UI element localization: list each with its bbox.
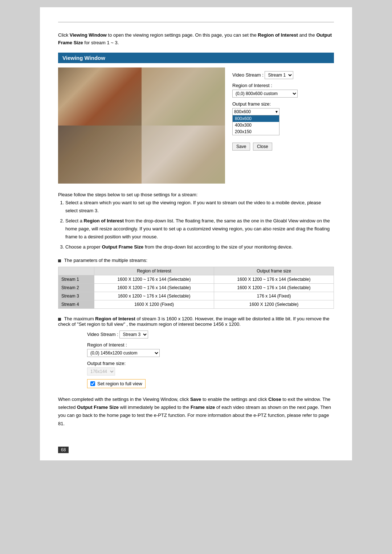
stream3-note: The maximum Region of Interest of stream… — [58, 316, 334, 327]
video-stream-label: Video Stream : — [232, 72, 264, 78]
table-header-row: Region of Interest Output frame size — [58, 267, 334, 275]
dropdown-item-400x300[interactable]: 400x300 — [233, 122, 279, 128]
stream2-ofs: 1600 X 1200 ~ 176 x 144 (Selectable) — [214, 284, 334, 292]
stream3-video-label: Video Stream : — [87, 332, 118, 337]
bullet-icon — [58, 259, 61, 262]
stream3-video-stream-row: Video Stream : Stream 1 Stream 2 Stream … — [87, 331, 334, 338]
output-frame-label: Output frame size: — [232, 101, 334, 107]
stream3-controls: Video Stream : Stream 1 Stream 2 Stream … — [87, 331, 334, 388]
dropdown-header[interactable]: 800x600 ▾ — [233, 108, 279, 115]
output-frame-row: Output frame size: 800x600 ▾ 800x600 400… — [232, 101, 334, 135]
dropdown-item-200x150[interactable]: 200x150 — [233, 128, 279, 135]
stream2-roi: 1600 X 1200 ~ 176 x 144 (Selectable) — [94, 284, 214, 292]
page: Click Viewing Window to open the viewing… — [40, 7, 352, 460]
bold-viewing-window: Viewing Window — [70, 32, 107, 38]
cam-panel-bottomleft — [58, 126, 142, 184]
dropdown-arrow: ▾ — [275, 109, 278, 114]
col-roi: Region of Interest — [94, 267, 214, 275]
table-row: Stream 2 1600 X 1200 ~ 176 x 144 (Select… — [58, 284, 334, 292]
set-region-checkbox[interactable] — [90, 381, 95, 386]
save-button[interactable]: Save — [232, 143, 250, 151]
steps-list: Select a stream which you want to set up… — [58, 199, 334, 251]
table-intro: The parameters of the multiple streams: — [64, 258, 147, 263]
stream1-roi: 1600 X 1200 ~ 176 x 144 (Selectable) — [94, 275, 214, 284]
steps-section: Please follow the steps below to set up … — [58, 191, 334, 251]
col-ofs: Output frame size — [214, 267, 334, 275]
stream1-ofs: 1600 X 1200 ~ 176 x 144 (Selectable) — [214, 275, 334, 284]
camera-preview — [58, 67, 225, 184]
bullet-icon-2 — [58, 318, 61, 321]
roi-row: Region of Interest : (0,0) 800x600 custo… — [232, 83, 334, 98]
table-section-title: The parameters of the multiple streams: — [58, 258, 334, 263]
stream3-roi-label: Region of Interest : — [87, 342, 334, 348]
close-button[interactable]: Close — [253, 143, 272, 151]
video-stream-row: Video Stream : Stream 1 Stream 2 Stream … — [232, 71, 334, 79]
table-row: Stream 1 1600 X 1200 ~ 176 x 144 (Select… — [58, 275, 334, 284]
cam-panel-bottomright — [142, 126, 225, 184]
table-row: Stream 3 1600 x 1200 ~ 176 x 144 (Select… — [58, 292, 334, 300]
step-1: Select a stream which you want to set up… — [65, 199, 334, 215]
bold-roi-2: Region of Interest — [95, 316, 135, 321]
stream3-label: Stream 3 — [58, 292, 94, 300]
viewing-window-content: Video Stream : Stream 1 Stream 2 Stream … — [58, 67, 334, 184]
steps-intro: Please follow the steps below to set up … — [58, 191, 334, 199]
bold-roi: Region of Interest — [258, 32, 298, 38]
set-region-checkbox-container: Set region to full view — [87, 379, 146, 388]
stream3-roi: 1600 x 1200 ~ 176 x 144 (Selectable) — [94, 292, 214, 300]
stream3-checkbox-row: Set region to full view — [87, 379, 334, 388]
dropdown-item-800x600-selected[interactable]: 800x600 — [233, 115, 279, 122]
step-2: Select a Region of Interest from the dro… — [65, 217, 334, 241]
stream2-label: Stream 2 — [58, 284, 94, 292]
roi-select[interactable]: (0,0) 800x600 custom — [232, 90, 298, 98]
video-stream-select[interactable]: Stream 1 Stream 2 Stream 3 Stream 4 — [265, 71, 293, 79]
stream4-ofs: 1600 X 1200 (Selectable) — [214, 300, 334, 309]
footer-text: When completed with the settings in the … — [58, 395, 334, 427]
table-row: Stream 4 1600 X 1200 (Fixed) 1600 X 1200… — [58, 300, 334, 309]
stream1-label: Stream 1 — [58, 275, 94, 284]
set-region-label: Set region to full view — [97, 381, 142, 386]
intro-paragraph: Click Viewing Window to open the viewing… — [58, 32, 334, 47]
stream4-roi: 1600 X 1200 (Fixed) — [94, 300, 214, 309]
cam-panel-topleft — [58, 67, 142, 126]
page-number: 68 — [58, 447, 69, 453]
save-close-row: Save Close — [232, 143, 334, 151]
top-divider — [58, 22, 334, 22]
stream3-section: The maximum Region of Interest of stream… — [58, 316, 334, 388]
viewing-window-header: Viewing Window — [58, 53, 334, 63]
stream3-output-label: Output frame size: — [87, 361, 334, 366]
streams-table: Region of Interest Output frame size Str… — [58, 267, 334, 309]
dropdown-current: 800x600 — [234, 109, 251, 114]
stream3-output-select[interactable]: 176x144 — [87, 368, 115, 376]
stream4-label: Stream 4 — [58, 300, 94, 309]
stream-controls: Video Stream : Stream 1 Stream 2 Stream … — [232, 67, 334, 184]
output-frame-dropdown[interactable]: 800x600 ▾ 800x600 400x300 200x150 — [232, 108, 279, 135]
stream3-roi-row: Region of Interest : (0,0) 1456x1200 cus… — [87, 342, 334, 357]
roi-label: Region of Interest : — [232, 83, 334, 88]
stream3-roi-select[interactable]: (0,0) 1456x1200 custom — [87, 349, 160, 357]
col-stream — [58, 267, 94, 275]
stream3-ofs: 176 x 144 (Fixed) — [214, 292, 334, 300]
step-3: Choose a proper Output Frame Size from t… — [65, 243, 334, 251]
stream3-video-select[interactable]: Stream 1 Stream 2 Stream 3 Stream 4 — [119, 331, 148, 338]
cam-panel-topright — [142, 67, 225, 126]
stream3-output-row: Output frame size: 176x144 — [87, 361, 334, 376]
